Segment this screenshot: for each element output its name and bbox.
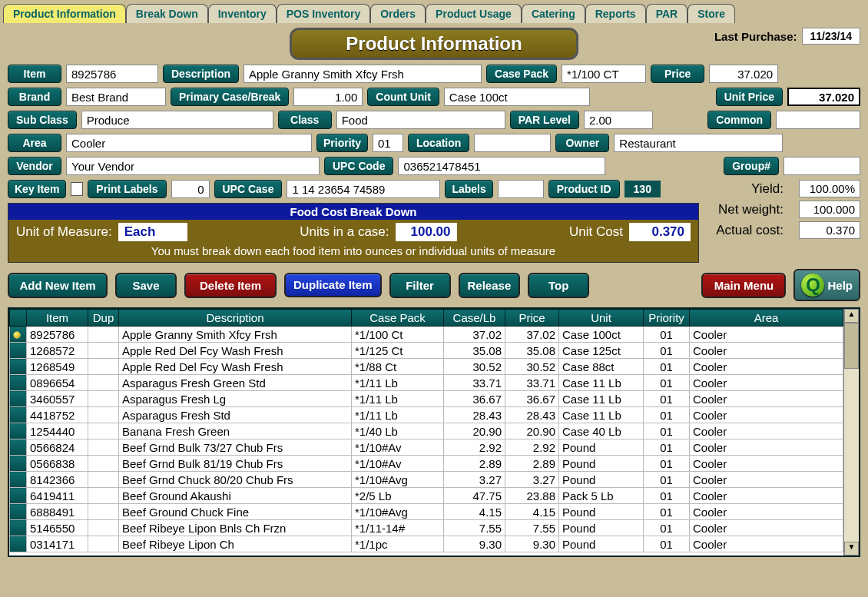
top-button[interactable]: Top [528,273,589,298]
area-input[interactable] [66,134,312,152]
location-button[interactable]: Location [408,134,469,152]
scroll-up-icon[interactable]: ▲ [844,309,859,323]
scroll-thumb[interactable] [844,323,859,369]
count-unit-input[interactable] [444,88,590,106]
location-input[interactable] [474,134,551,152]
col-priority[interactable]: Priority [644,310,690,327]
tab-break-down[interactable]: Break Down [126,4,208,23]
description-button[interactable]: Description [163,65,239,83]
help-button[interactable]: Q Help [793,269,860,301]
col-selector[interactable] [10,310,27,327]
table-row[interactable]: 1268549Apple Red Del Fcy Wash Fresh*1/88… [10,359,843,375]
uom-value[interactable]: Each [118,223,187,241]
row-selector[interactable] [10,391,27,407]
col-description[interactable]: Description [119,310,352,327]
table-row[interactable]: 0566838Beef Grnd Bulk 81/19 Chub Frs*1/1… [10,456,843,472]
case-pack-input[interactable] [562,65,646,83]
par-level-input[interactable] [584,111,653,129]
col-dup[interactable]: Dup [88,310,119,327]
tab-catering[interactable]: Catering [522,4,585,23]
common-button[interactable]: Common [707,111,771,129]
tab-reports[interactable]: Reports [585,4,646,23]
brand-input[interactable] [66,88,166,106]
brand-button[interactable]: Brand [8,88,61,106]
print-labels-input[interactable] [171,180,210,198]
tab-product-usage[interactable]: Product Usage [426,4,522,23]
row-selector[interactable] [10,343,27,359]
table-row[interactable]: 1254440Banana Fresh Green*1/40 Lb20.9020… [10,423,843,439]
sub-class-input[interactable] [81,111,273,129]
item-button[interactable]: Item [8,65,61,83]
class-input[interactable] [336,111,505,129]
row-selector[interactable] [10,407,27,423]
tab-inventory[interactable]: Inventory [208,4,277,23]
col-case-lb[interactable]: Case/Lb [444,310,505,327]
row-selector[interactable] [10,439,27,456]
common-input[interactable] [776,111,860,129]
col-item[interactable]: Item [27,310,88,327]
table-row[interactable]: 4418752Asparagus Fresh Std*1/11 Lb28.432… [10,407,843,423]
row-selector[interactable] [10,359,27,375]
count-unit-button[interactable]: Count Unit [367,88,439,106]
class-button[interactable]: Class [278,111,332,129]
owner-input[interactable] [614,134,783,152]
priority-button[interactable]: Priority [316,134,368,152]
price-button[interactable]: Price [651,65,704,83]
table-row[interactable]: 8142366Beef Grnd Chuck 80/20 Chub Frs*1/… [10,472,843,488]
upc-code-button[interactable]: UPC Code [324,157,393,175]
table-row[interactable]: 1268572Apple Red Del Fcy Wash Fresh*1/12… [10,343,843,359]
duplicate-item-button[interactable]: Duplicate Item [284,273,382,298]
col-price[interactable]: Price [505,310,559,327]
tab-pos-inventory[interactable]: POS Inventory [277,4,370,23]
product-grid[interactable]: Item Dup Description Case Pack Case/Lb P… [8,307,860,557]
upc-code-input[interactable] [398,157,605,175]
group-button[interactable]: Group# [724,157,779,175]
filter-button[interactable]: Filter [389,273,451,298]
row-selector[interactable] [10,504,27,520]
primary-case-break-input[interactable] [293,88,363,106]
grid-scrollbar[interactable]: ▲ ▼ [843,309,859,556]
row-selector[interactable] [10,456,27,472]
primary-case-break-button[interactable]: Primary Case/Break [171,88,289,106]
case-pack-button[interactable]: Case Pack [486,65,557,83]
print-labels-button[interactable]: Print Labels [88,180,166,198]
row-selector[interactable] [10,327,27,343]
row-selector[interactable] [10,536,27,552]
vendor-input[interactable] [66,157,320,175]
unit-cost-value[interactable]: 0.370 [629,223,691,241]
priority-input[interactable] [373,134,403,152]
key-item-checkbox[interactable] [71,182,83,196]
key-item-button[interactable]: Key Item [8,180,66,198]
main-menu-button[interactable]: Main Menu [701,273,786,298]
table-row[interactable]: 8925786Apple Granny Smith Xfcy Frsh*1/10… [10,327,843,343]
scroll-down-icon[interactable]: ▼ [844,542,859,556]
row-selector[interactable] [10,520,27,536]
tab-store[interactable]: Store [687,4,735,23]
upc-case-button[interactable]: UPC Case [214,180,283,198]
table-row[interactable]: 0314171Beef Ribeye Lipon Ch*1/1pc9.309.3… [10,536,843,552]
table-row[interactable]: 3460557Asparagus Fresh Lg*1/11 Lb36.6736… [10,391,843,407]
upc-case-input[interactable] [287,180,440,198]
row-selector[interactable] [10,423,27,439]
vendor-button[interactable]: Vendor [8,157,61,175]
labels-input[interactable] [498,180,544,198]
price-input[interactable] [709,65,778,83]
tab-par[interactable]: PAR [646,4,688,23]
table-row[interactable]: 0896654Asparagus Fresh Green Std*1/11 Lb… [10,375,843,391]
item-input[interactable] [66,65,158,83]
col-unit[interactable]: Unit [559,310,644,327]
table-row[interactable]: 5146550Beef Ribeye Lipon Bnls Ch Frzn*1/… [10,520,843,536]
row-selector[interactable] [10,375,27,391]
labels-button[interactable]: Labels [445,180,492,198]
tab-product-information[interactable]: Product Information [3,4,126,23]
save-button[interactable]: Save [115,273,177,298]
table-row[interactable]: 0566824Beef Grnd Bulk 73/27 Chub Frs*1/1… [10,439,843,456]
col-case-pack[interactable]: Case Pack [352,310,444,327]
release-button[interactable]: Release [459,273,521,298]
col-area[interactable]: Area [690,310,843,327]
group-input[interactable] [784,157,860,175]
table-row[interactable]: 6888491Beef Ground Chuck Fine*1/10#Avg4.… [10,504,843,520]
row-selector[interactable] [10,472,27,488]
owner-button[interactable]: Owner [555,134,609,152]
area-button[interactable]: Area [8,134,61,152]
